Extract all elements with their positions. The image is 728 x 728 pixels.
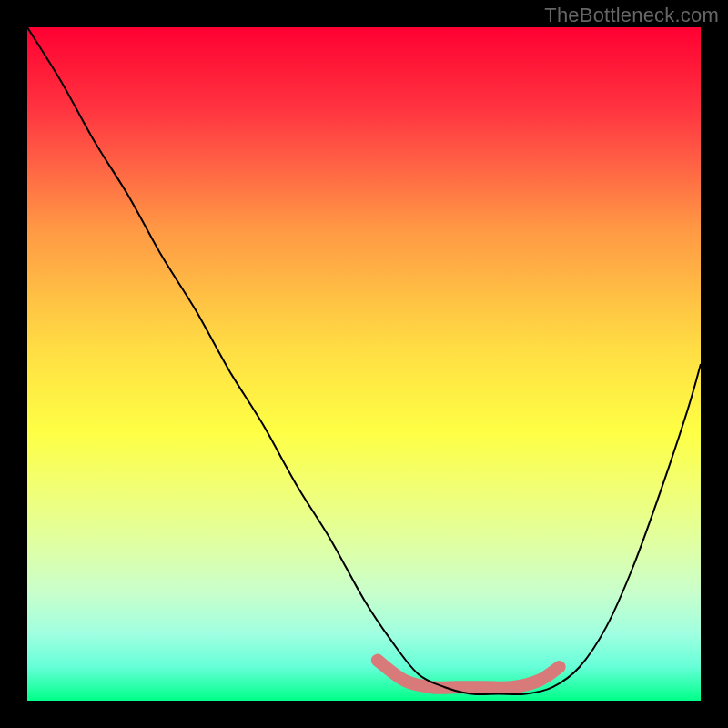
- chart-frame: TheBottleneck.com: [0, 0, 728, 728]
- bottleneck-curve-path: [27, 27, 701, 694]
- bottleneck-band-path: [378, 661, 560, 688]
- plot-area: [27, 27, 701, 701]
- chart-svg: [27, 27, 701, 701]
- watermark-text: TheBottleneck.com: [544, 4, 719, 27]
